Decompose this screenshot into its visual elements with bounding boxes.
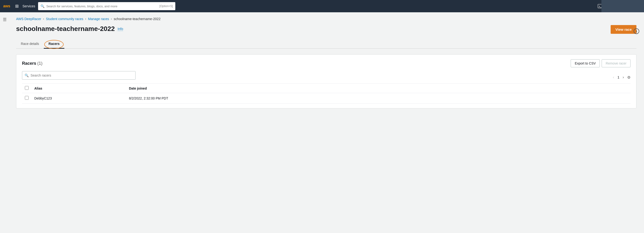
- aws-logo[interactable]: aws: [3, 3, 11, 9]
- racers-title: Racers: [22, 61, 36, 66]
- breadcrumb-sep-3: ›: [111, 17, 112, 20]
- pagination-area: ‹ 1 › ⚙: [612, 75, 630, 80]
- breadcrumb-current: schoolname-teachername-2022: [114, 17, 161, 21]
- breadcrumb-sep-1: ›: [43, 17, 44, 20]
- tab-racers[interactable]: Racers: [44, 39, 64, 49]
- table-row: DebbyC123 8/2/2022, 2:32:00 PM PDT: [22, 93, 630, 103]
- racers-title-area: Racers (1): [22, 61, 42, 66]
- top-nav: aws ⊞ Services 🔍 [Option+S] 🔔 ❓ N. Virg: [0, 0, 644, 12]
- search-shortcut: [Option+S]: [160, 4, 173, 8]
- nav-search-icon: 🔍: [40, 4, 44, 8]
- breadcrumb-deepracer[interactable]: AWS DeepRacer: [16, 17, 41, 21]
- export-csv-button[interactable]: Export to CSV: [571, 59, 600, 67]
- row-checkbox-cell: [22, 93, 32, 103]
- page-title-area: schoolname-teachername-2022 Info: [16, 25, 123, 33]
- table-header-row: Alias Date joined: [22, 84, 630, 93]
- current-page: 1: [618, 75, 620, 79]
- row-checkbox[interactable]: [25, 96, 29, 100]
- tab-racers-wrapper: Racers: [44, 39, 64, 48]
- pagination-settings-icon[interactable]: ⚙: [627, 75, 630, 80]
- racers-header: Racers (1) Export to CSV Remove racer: [22, 59, 630, 67]
- header-checkbox-cell: [22, 84, 32, 93]
- grid-icon[interactable]: ⊞: [14, 2, 20, 10]
- search-box: 🔍: [22, 71, 136, 80]
- next-page-button[interactable]: ›: [621, 75, 625, 80]
- tab-race-details[interactable]: Race details: [16, 39, 44, 49]
- tabs: Race details Racers: [16, 39, 636, 49]
- account-bar: [602, 0, 644, 12]
- search-pagination-row: 🔍 ‹ 1 › ⚙: [22, 71, 630, 83]
- header-alias: Alias: [32, 84, 126, 93]
- breadcrumb-student-community[interactable]: Student community races: [46, 17, 83, 21]
- prev-page-button[interactable]: ‹: [612, 75, 616, 80]
- view-race-button[interactable]: View race: [611, 25, 636, 34]
- nav-search-input[interactable]: [46, 4, 158, 8]
- header-date-joined: Date joined: [126, 84, 630, 93]
- page-header: schoolname-teachername-2022 Info View ra…: [16, 25, 636, 34]
- row-date-joined: 8/2/2022, 2:32:00 PM PDT: [126, 93, 630, 103]
- nav-search-bar: 🔍 [Option+S]: [38, 2, 175, 10]
- remove-racer-button[interactable]: Remove racer: [602, 59, 630, 67]
- racers-table: Alias Date joined DebbyC123 8/2/2022, 2:…: [22, 83, 630, 103]
- breadcrumb: AWS DeepRacer › Student community races …: [16, 17, 636, 21]
- select-all-checkbox[interactable]: [25, 86, 29, 90]
- services-label[interactable]: Services: [22, 4, 35, 8]
- page-title: schoolname-teachername-2022: [16, 25, 115, 33]
- sidebar-toggle[interactable]: ☰: [3, 17, 6, 22]
- search-racers-input[interactable]: [30, 73, 133, 77]
- page-info-icon[interactable]: ℹ: [634, 28, 639, 34]
- svg-text:aws: aws: [3, 4, 10, 8]
- racers-actions: Export to CSV Remove racer: [571, 59, 630, 67]
- table-body: DebbyC123 8/2/2022, 2:32:00 PM PDT: [22, 93, 630, 103]
- row-alias: DebbyC123: [32, 93, 126, 103]
- racers-count: (1): [38, 61, 42, 66]
- breadcrumb-manage-races[interactable]: Manage races: [88, 17, 109, 21]
- info-badge[interactable]: Info: [118, 27, 123, 31]
- main-content: ℹ AWS DeepRacer › Student community race…: [8, 12, 644, 233]
- search-icon: 🔍: [24, 73, 29, 77]
- racers-content-card: Racers (1) Export to CSV Remove racer 🔍 …: [16, 54, 636, 108]
- breadcrumb-sep-2: ›: [85, 17, 86, 20]
